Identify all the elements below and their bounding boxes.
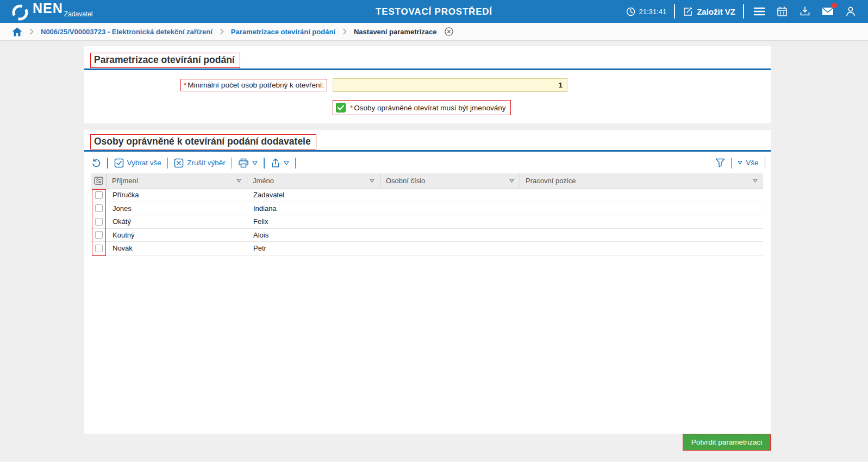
column-header-prijmeni[interactable]: Příjmení [107,173,247,188]
column-header-osobni-cislo[interactable]: Osobní číslo [380,173,520,188]
hamburger-icon [753,7,765,16]
chevron-right-icon [342,28,347,35]
calendar-icon [777,6,788,17]
column-settings-button[interactable] [91,173,107,188]
column-filter-icon[interactable] [509,179,514,183]
table-body: Příručka Zadavatel Jones Indiana Okátý F… [91,189,763,255]
column-settings-icon [94,177,103,185]
header-divider [743,4,744,18]
cell-osobni-cislo [380,189,520,202]
section-divider [84,150,771,152]
row-checkbox[interactable] [95,231,103,239]
confirm-parametrization-button[interactable]: Potvrdit parametrizaci [683,434,771,451]
cell-osobni-cislo [380,215,520,228]
min-persons-row: *Minimální počet osob potřebný k otevřen… [84,78,771,92]
refresh-button[interactable] [91,158,101,168]
download-tray-icon [800,6,810,17]
column-filter-icon[interactable] [236,179,241,183]
column-header-jmeno[interactable]: Jméno [247,173,380,188]
filter-scope-selector[interactable]: Vše [738,159,758,167]
row-checkbox[interactable] [95,245,103,252]
close-circle-icon [444,27,454,36]
cell-prijmeni: Novák [107,242,247,255]
cell-pracovni-pozice [520,229,763,242]
min-persons-label: *Minimální počet osob potřebný k otevřen… [180,79,327,91]
cell-jmeno: Petr [247,242,380,255]
header-divider [674,4,675,18]
dropdown-triangle-icon [252,161,258,165]
table-row[interactable]: Jones Indiana [91,202,763,216]
cell-jmeno: Alois [247,229,380,242]
close-tab-button[interactable] [444,26,454,37]
refresh-icon [91,158,101,168]
chevron-right-icon [29,28,34,35]
cell-prijmeni: Příručka [107,189,247,202]
row-checkbox[interactable] [95,204,103,212]
select-all-button[interactable]: Vybrat vše [114,158,161,168]
session-time: 21:31:41 [639,8,667,16]
create-vz-label: Založit VZ [697,7,735,16]
min-persons-input[interactable] [333,78,567,92]
header-actions: 21:31:41 Založit VZ [626,0,858,23]
table-toolbar: Vybrat vše Zrušit výběr [84,154,771,172]
clear-selection-button[interactable]: Zrušit výběr [174,158,226,168]
create-vz-button[interactable]: Založit VZ [683,7,735,17]
check-icon [338,105,344,110]
persons-table: Příjmení Jméno Osobní číslo [91,173,763,255]
filter-scope-label: Vše [746,159,758,167]
cell-osobni-cislo [380,202,520,215]
dropdown-triangle-icon [738,161,742,165]
messages-button[interactable] [820,4,835,19]
row-checkbox[interactable] [95,191,103,199]
required-mark: * [184,81,186,89]
user-button[interactable] [843,4,858,19]
unread-badge [832,3,837,8]
section-title-parametrization: Parametrizace otevírání podání [90,53,240,68]
row-checkbox[interactable] [95,218,103,226]
home-button[interactable] [12,27,22,36]
checkbox-checked-icon [114,158,124,168]
authorized-persons-section: Osoby oprávněné k otevírání podání dodav… [84,130,771,434]
chevron-right-icon [220,28,224,35]
filter-button[interactable] [715,158,725,167]
required-mark: * [350,104,353,112]
parametrization-section: Parametrizace otevírání podání *Minimáln… [84,46,771,123]
dropdown-triangle-icon [284,161,289,165]
funnel-icon [715,158,725,167]
calendar-button[interactable] [775,4,790,19]
cell-pracovni-pozice [520,242,763,255]
table-row[interactable]: Novák Petr [91,242,763,255]
home-icon [12,27,22,36]
edit-icon [683,7,693,17]
clock-icon [626,7,635,16]
table-row[interactable]: Příručka Zadavatel [91,189,763,202]
section-divider [84,68,771,70]
cell-prijmeni: Jones [107,202,247,215]
table-row[interactable]: Koutný Alois [91,229,763,242]
named-checkbox[interactable] [336,103,346,113]
table-row[interactable]: Okátý Felix [91,215,763,229]
clear-selection-label: Zrušit výběr [187,159,226,167]
session-clock: 21:31:41 [626,7,667,16]
cell-jmeno: Indiana [247,202,380,215]
breadcrumb: N006/25/V00003723 - Elektronická detekčn… [0,23,868,41]
user-icon [845,6,856,17]
menu-button[interactable] [752,4,767,19]
downloads-button[interactable] [797,4,813,19]
print-button[interactable] [238,158,258,168]
breadcrumb-item-case[interactable]: N006/25/V00003723 - Elektronická detekčn… [41,28,213,36]
printer-icon [238,158,249,168]
breadcrumb-item-parametrization[interactable]: Parametrizace otevírání podání [231,28,335,36]
column-header-pracovni-pozice[interactable]: Pracovní pozice [520,173,763,188]
export-button[interactable] [271,158,289,168]
cell-pracovni-pozice [520,202,763,215]
column-filter-icon[interactable] [753,179,758,183]
cell-pracovni-pozice [520,189,763,202]
column-filter-icon[interactable] [370,179,374,183]
checkbox-clear-icon [174,158,184,168]
cell-prijmeni: Koutný [107,229,247,242]
app-window: NENZadavatel TESTOVACÍ PROSTŘEDÍ 21:31:4… [0,0,868,462]
named-persons-row: *Osoby oprávněné otevírat musí být jmeno… [333,100,511,115]
section-title-persons: Osoby oprávněné k otevírání podání dodav… [90,134,316,149]
export-icon [271,158,280,168]
